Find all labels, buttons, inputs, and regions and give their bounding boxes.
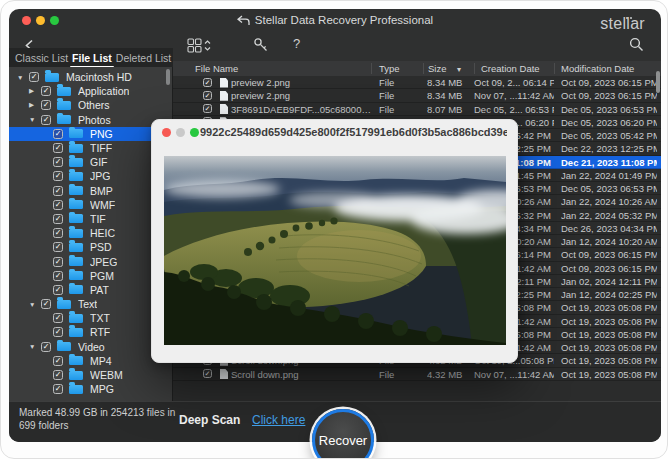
- folder-icon: [69, 243, 83, 252]
- tree-item-mpg[interactable]: ✓ MPG: [9, 382, 172, 396]
- tree-item-pgm[interactable]: ✓ PGM: [9, 269, 172, 283]
- tree-item-video[interactable]: ▼ ✓ Video: [9, 340, 172, 354]
- tree-checkbox[interactable]: ✓: [53, 171, 63, 181]
- folder-icon: [57, 87, 71, 96]
- tree-item-wmf[interactable]: ✓ WMF: [9, 198, 172, 212]
- tree-item-jpeg[interactable]: ✓ JPEG: [9, 254, 172, 268]
- cell-modification-date: Dec 05, 2023 06:53 PM: [561, 104, 657, 115]
- cell-modification-date: Jan 02, 2024 12:11 PM: [561, 276, 657, 287]
- tree-checkbox[interactable]: ✓: [41, 342, 51, 352]
- disclosure-icon[interactable]: ▼: [17, 74, 29, 81]
- tree-checkbox[interactable]: ✓: [41, 100, 51, 110]
- tree-item-macintosh-hd[interactable]: ▼ ✓ Macintosh HD: [9, 70, 172, 84]
- cell-type: File: [379, 369, 421, 380]
- tree-item-label: PNG: [90, 128, 113, 140]
- cell-file-name: preview 2.png: [231, 90, 376, 101]
- row-checkbox[interactable]: ✓: [203, 104, 212, 113]
- disclosure-icon[interactable]: ▶: [29, 101, 41, 109]
- sort-caret-icon[interactable]: ▾: [457, 65, 461, 74]
- file-row[interactable]: ✓ Scroll down.png File 4.32 MB Nov 07, .…: [173, 368, 661, 381]
- tree-item-txt[interactable]: ✓ TXT: [9, 311, 172, 325]
- header-size[interactable]: Size: [428, 63, 446, 74]
- deep-scan-link[interactable]: Click here: [252, 413, 305, 427]
- tree-item-png[interactable]: ✓ PNG: [9, 127, 172, 141]
- tree-item-label: HEIC: [90, 227, 115, 239]
- disclosure-icon[interactable]: ▼: [29, 343, 41, 350]
- tree-item-bmp[interactable]: ✓ BMP: [9, 184, 172, 198]
- tree-item-application[interactable]: ▶ ✓ Application: [9, 84, 172, 98]
- view-switcher-icon[interactable]: [187, 38, 212, 58]
- tab-deleted-list[interactable]: Deleted List: [114, 51, 173, 65]
- search-icon[interactable]: [629, 37, 644, 56]
- header-file-name[interactable]: File Name: [195, 63, 238, 74]
- tree-checkbox[interactable]: ✓: [53, 257, 63, 267]
- tree-item-label: WEBM: [90, 369, 123, 381]
- tree-checkbox[interactable]: ✓: [53, 271, 63, 281]
- tree-checkbox[interactable]: ✓: [41, 299, 51, 309]
- sidebar-scrollbar[interactable]: [166, 69, 170, 85]
- file-row[interactable]: ✓ preview 2.png File 8.34 MB Oct 09, 2..…: [173, 76, 661, 89]
- folder-icon: [69, 356, 83, 365]
- folder-icon: [69, 257, 83, 266]
- tree-checkbox[interactable]: ✓: [53, 157, 63, 167]
- tree-checkbox[interactable]: ✓: [53, 356, 63, 366]
- file-icon: [220, 369, 228, 379]
- cell-size: 8.34 MB: [427, 90, 473, 101]
- tree-item-jpg[interactable]: ✓ JPG: [9, 169, 172, 183]
- tree-item-pat[interactable]: ✓ PAT: [9, 283, 172, 297]
- tree-checkbox[interactable]: ✓: [53, 370, 63, 380]
- tree-item-gif[interactable]: ✓ GIF: [9, 155, 172, 169]
- tree-item-rtf[interactable]: ✓ RTF: [9, 325, 172, 339]
- tree-item-webm[interactable]: ✓ WEBM: [9, 368, 172, 382]
- tree-checkbox[interactable]: ✓: [53, 384, 63, 394]
- row-checkbox[interactable]: ✓: [203, 91, 212, 100]
- tree-checkbox[interactable]: ✓: [41, 115, 51, 125]
- cell-modification-date: Dec 26, 2023 04:34 PM: [561, 223, 657, 234]
- cell-type: File: [379, 104, 421, 115]
- app-titlebar: Stellar Data Recovery Professional stell…: [9, 9, 661, 31]
- tab-classic-list[interactable]: Classic List: [13, 51, 70, 65]
- disclosure-icon[interactable]: ▶: [29, 87, 41, 95]
- tree-item-photos[interactable]: ▼ ✓ Photos: [9, 113, 172, 127]
- row-checkbox[interactable]: ✓: [203, 78, 212, 87]
- folder-icon: [45, 73, 59, 82]
- tree-item-mp4[interactable]: ✓ MP4: [9, 354, 172, 368]
- tree-item-psd[interactable]: ✓ PSD: [9, 240, 172, 254]
- tree-item-tiff[interactable]: ✓ TIFF: [9, 141, 172, 155]
- preview-zoom-icon[interactable]: [190, 128, 199, 137]
- tree-checkbox[interactable]: ✓: [53, 285, 63, 295]
- tree-item-text[interactable]: ▼ ✓ Text: [9, 297, 172, 311]
- header-type[interactable]: Type: [379, 63, 400, 74]
- deep-scan-label: Deep Scan: [179, 413, 240, 427]
- help-icon[interactable]: ?: [293, 36, 300, 51]
- tree-checkbox[interactable]: ✓: [53, 327, 63, 337]
- disclosure-icon[interactable]: ▼: [29, 116, 41, 123]
- preview-close-icon[interactable]: [162, 128, 171, 137]
- tree-checkbox[interactable]: ✓: [53, 186, 63, 196]
- row-checkbox[interactable]: ✓: [203, 369, 212, 378]
- file-row[interactable]: ✓ 3F8691DAEB9FDF...05c6800000.png File 8…: [173, 103, 661, 116]
- activation-key-icon[interactable]: [253, 37, 269, 57]
- folder-icon: [57, 300, 71, 309]
- header-modification-date[interactable]: Modification Date: [561, 63, 634, 74]
- disclosure-icon[interactable]: ▼: [29, 301, 41, 308]
- tree-checkbox[interactable]: ✓: [53, 129, 63, 139]
- tree-checkbox[interactable]: ✓: [29, 72, 39, 82]
- cell-creation-date: Nov 07, ...11:42 AM: [474, 90, 554, 101]
- file-row[interactable]: ✓ preview 2.png File 8.34 MB Nov 07, ...…: [173, 89, 661, 102]
- header-creation-date[interactable]: Creation Date: [481, 63, 540, 74]
- tree-item-tif[interactable]: ✓ TIF: [9, 212, 172, 226]
- tab-file-list[interactable]: File List: [70, 51, 114, 65]
- preview-minimize-icon[interactable]: [176, 128, 185, 137]
- tree-checkbox[interactable]: ✓: [53, 313, 63, 323]
- tree-checkbox[interactable]: ✓: [53, 228, 63, 238]
- tree-checkbox[interactable]: ✓: [53, 242, 63, 252]
- tree-item-heic[interactable]: ✓ HEIC: [9, 226, 172, 240]
- tree-item-others[interactable]: ▶ ✓ Others: [9, 98, 172, 112]
- tree-checkbox[interactable]: ✓: [53, 143, 63, 153]
- tree-checkbox[interactable]: ✓: [53, 214, 63, 224]
- tree-item-label: Video: [78, 341, 105, 353]
- table-scrollbar[interactable]: [656, 71, 660, 93]
- tree-checkbox[interactable]: ✓: [53, 200, 63, 210]
- tree-checkbox[interactable]: ✓: [41, 86, 51, 96]
